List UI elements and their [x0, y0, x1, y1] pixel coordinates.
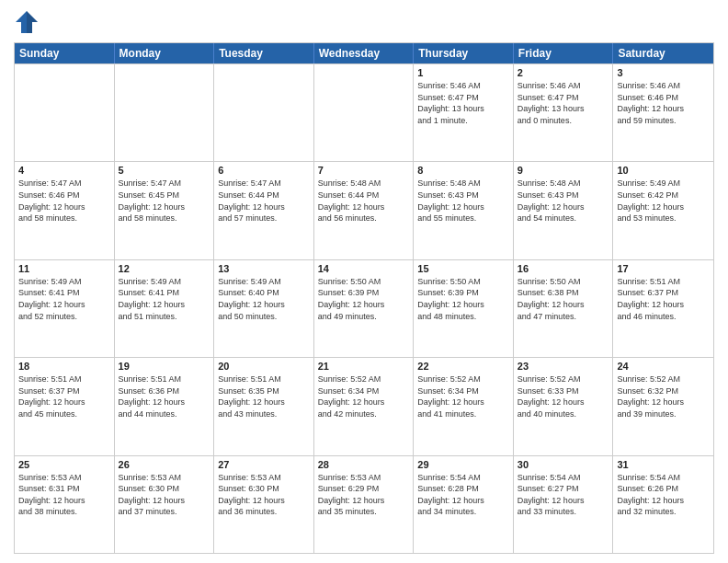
day-info: Sunrise: 5:48 AM Sunset: 6:43 PM Dayligh… — [518, 178, 609, 224]
day-number: 31 — [617, 459, 710, 470]
calendar-header-monday: Monday — [115, 43, 215, 63]
day-number: 17 — [617, 263, 710, 274]
calendar-header-friday: Friday — [514, 43, 614, 63]
calendar-cell-3-6: 16Sunrise: 5:50 AM Sunset: 6:38 PM Dayli… — [514, 260, 614, 357]
day-info: Sunrise: 5:49 AM Sunset: 6:41 PM Dayligh… — [119, 276, 210, 322]
page: SundayMondayTuesdayWednesdayThursdayFrid… — [0, 0, 728, 563]
day-number: 16 — [518, 263, 609, 274]
day-number: 4 — [18, 165, 110, 176]
day-info: Sunrise: 5:54 AM Sunset: 6:28 PM Dayligh… — [417, 472, 509, 518]
day-number: 7 — [318, 165, 410, 176]
calendar-cell-4-5: 22Sunrise: 5:52 AM Sunset: 6:34 PM Dayli… — [414, 358, 514, 454]
logo — [14, 9, 43, 35]
svg-marker-1 — [27, 11, 38, 33]
day-number: 19 — [119, 361, 210, 372]
calendar-cell-5-3: 27Sunrise: 5:53 AM Sunset: 6:30 PM Dayli… — [214, 456, 314, 553]
day-info: Sunrise: 5:50 AM Sunset: 6:38 PM Dayligh… — [518, 276, 609, 322]
calendar-cell-5-4: 28Sunrise: 5:53 AM Sunset: 6:29 PM Dayli… — [314, 456, 415, 553]
calendar-cell-4-6: 23Sunrise: 5:52 AM Sunset: 6:33 PM Dayli… — [514, 358, 614, 454]
calendar-week-1: 1Sunrise: 5:46 AM Sunset: 6:47 PM Daylig… — [15, 63, 713, 161]
day-info: Sunrise: 5:51 AM Sunset: 6:36 PM Dayligh… — [119, 373, 210, 419]
day-info: Sunrise: 5:48 AM Sunset: 6:44 PM Dayligh… — [318, 178, 410, 224]
calendar-cell-3-5: 15Sunrise: 5:50 AM Sunset: 6:39 PM Dayli… — [414, 260, 514, 357]
calendar-cell-4-1: 18Sunrise: 5:51 AM Sunset: 6:37 PM Dayli… — [15, 358, 115, 454]
calendar-week-5: 25Sunrise: 5:53 AM Sunset: 6:31 PM Dayli… — [15, 455, 713, 553]
calendar-cell-1-5: 1Sunrise: 5:46 AM Sunset: 6:47 PM Daylig… — [414, 64, 514, 161]
day-number: 13 — [218, 263, 310, 274]
calendar-cell-3-4: 14Sunrise: 5:50 AM Sunset: 6:39 PM Dayli… — [314, 260, 415, 357]
calendar-cell-5-6: 30Sunrise: 5:54 AM Sunset: 6:27 PM Dayli… — [514, 456, 614, 553]
day-info: Sunrise: 5:54 AM Sunset: 6:26 PM Dayligh… — [617, 472, 710, 518]
day-info: Sunrise: 5:53 AM Sunset: 6:30 PM Dayligh… — [218, 472, 310, 518]
day-number: 2 — [518, 67, 609, 78]
day-number: 1 — [417, 67, 509, 78]
calendar-cell-2-1: 4Sunrise: 5:47 AM Sunset: 6:46 PM Daylig… — [15, 162, 115, 259]
day-info: Sunrise: 5:46 AM Sunset: 6:47 PM Dayligh… — [417, 80, 509, 126]
day-info: Sunrise: 5:48 AM Sunset: 6:43 PM Dayligh… — [417, 178, 509, 224]
day-number: 28 — [318, 459, 410, 470]
day-info: Sunrise: 5:53 AM Sunset: 6:31 PM Dayligh… — [18, 472, 110, 518]
day-info: Sunrise: 5:53 AM Sunset: 6:29 PM Dayligh… — [318, 472, 410, 518]
calendar-cell-5-1: 25Sunrise: 5:53 AM Sunset: 6:31 PM Dayli… — [15, 456, 115, 553]
calendar-cell-4-4: 21Sunrise: 5:52 AM Sunset: 6:34 PM Dayli… — [314, 358, 415, 454]
day-number: 20 — [218, 361, 310, 372]
day-number: 14 — [318, 263, 410, 274]
day-number: 25 — [18, 459, 110, 470]
calendar-cell-1-4 — [314, 64, 415, 161]
day-number: 12 — [119, 263, 210, 274]
day-info: Sunrise: 5:46 AM Sunset: 6:47 PM Dayligh… — [518, 80, 609, 126]
day-number: 15 — [417, 263, 509, 274]
calendar-cell-5-7: 31Sunrise: 5:54 AM Sunset: 6:26 PM Dayli… — [613, 456, 713, 553]
day-number: 29 — [417, 459, 509, 470]
day-info: Sunrise: 5:49 AM Sunset: 6:40 PM Dayligh… — [218, 276, 310, 322]
calendar-header-row: SundayMondayTuesdayWednesdayThursdayFrid… — [15, 43, 713, 63]
calendar-cell-4-7: 24Sunrise: 5:52 AM Sunset: 6:32 PM Dayli… — [613, 358, 713, 454]
day-info: Sunrise: 5:51 AM Sunset: 6:35 PM Dayligh… — [218, 373, 310, 419]
calendar-cell-1-3 — [214, 64, 314, 161]
calendar-header-wednesday: Wednesday — [314, 43, 415, 63]
calendar-cell-5-2: 26Sunrise: 5:53 AM Sunset: 6:30 PM Dayli… — [115, 456, 215, 553]
day-number: 11 — [18, 263, 110, 274]
calendar-week-3: 11Sunrise: 5:49 AM Sunset: 6:41 PM Dayli… — [15, 259, 713, 357]
calendar-cell-3-1: 11Sunrise: 5:49 AM Sunset: 6:41 PM Dayli… — [15, 260, 115, 357]
day-info: Sunrise: 5:50 AM Sunset: 6:39 PM Dayligh… — [318, 276, 410, 322]
calendar-cell-5-5: 29Sunrise: 5:54 AM Sunset: 6:28 PM Dayli… — [414, 456, 514, 553]
day-number: 9 — [518, 165, 609, 176]
day-number: 21 — [318, 361, 410, 372]
calendar-cell-3-3: 13Sunrise: 5:49 AM Sunset: 6:40 PM Dayli… — [214, 260, 314, 357]
calendar: SundayMondayTuesdayWednesdayThursdayFrid… — [14, 42, 714, 554]
calendar-cell-1-2 — [115, 64, 215, 161]
day-info: Sunrise: 5:47 AM Sunset: 6:46 PM Dayligh… — [18, 178, 110, 224]
day-info: Sunrise: 5:51 AM Sunset: 6:37 PM Dayligh… — [18, 373, 110, 419]
calendar-cell-2-7: 10Sunrise: 5:49 AM Sunset: 6:42 PM Dayli… — [613, 162, 713, 259]
day-info: Sunrise: 5:47 AM Sunset: 6:44 PM Dayligh… — [218, 178, 310, 224]
calendar-cell-3-2: 12Sunrise: 5:49 AM Sunset: 6:41 PM Dayli… — [115, 260, 215, 357]
calendar-week-2: 4Sunrise: 5:47 AM Sunset: 6:46 PM Daylig… — [15, 161, 713, 259]
calendar-week-4: 18Sunrise: 5:51 AM Sunset: 6:37 PM Dayli… — [15, 357, 713, 454]
day-number: 24 — [617, 361, 710, 372]
calendar-cell-4-2: 19Sunrise: 5:51 AM Sunset: 6:36 PM Dayli… — [115, 358, 215, 454]
calendar-cell-2-6: 9Sunrise: 5:48 AM Sunset: 6:43 PM Daylig… — [514, 162, 614, 259]
calendar-cell-1-7: 3Sunrise: 5:46 AM Sunset: 6:46 PM Daylig… — [613, 64, 713, 161]
header — [14, 9, 714, 35]
calendar-cell-2-2: 5Sunrise: 5:47 AM Sunset: 6:45 PM Daylig… — [115, 162, 215, 259]
calendar-header-sunday: Sunday — [15, 43, 115, 63]
day-info: Sunrise: 5:50 AM Sunset: 6:39 PM Dayligh… — [417, 276, 509, 322]
day-info: Sunrise: 5:53 AM Sunset: 6:30 PM Dayligh… — [119, 472, 210, 518]
calendar-header-saturday: Saturday — [613, 43, 713, 63]
calendar-cell-4-3: 20Sunrise: 5:51 AM Sunset: 6:35 PM Dayli… — [214, 358, 314, 454]
day-number: 6 — [218, 165, 310, 176]
day-number: 30 — [518, 459, 609, 470]
day-number: 3 — [617, 67, 710, 78]
day-info: Sunrise: 5:52 AM Sunset: 6:32 PM Dayligh… — [617, 373, 710, 419]
day-info: Sunrise: 5:47 AM Sunset: 6:45 PM Dayligh… — [119, 178, 210, 224]
calendar-header-thursday: Thursday — [414, 43, 514, 63]
day-number: 18 — [18, 361, 110, 372]
day-info: Sunrise: 5:51 AM Sunset: 6:37 PM Dayligh… — [617, 276, 710, 322]
day-info: Sunrise: 5:49 AM Sunset: 6:41 PM Dayligh… — [18, 276, 110, 322]
calendar-cell-2-3: 6Sunrise: 5:47 AM Sunset: 6:44 PM Daylig… — [214, 162, 314, 259]
calendar-cell-3-7: 17Sunrise: 5:51 AM Sunset: 6:37 PM Dayli… — [613, 260, 713, 357]
day-info: Sunrise: 5:49 AM Sunset: 6:42 PM Dayligh… — [617, 178, 710, 224]
calendar-header-tuesday: Tuesday — [214, 43, 314, 63]
day-number: 22 — [417, 361, 509, 372]
